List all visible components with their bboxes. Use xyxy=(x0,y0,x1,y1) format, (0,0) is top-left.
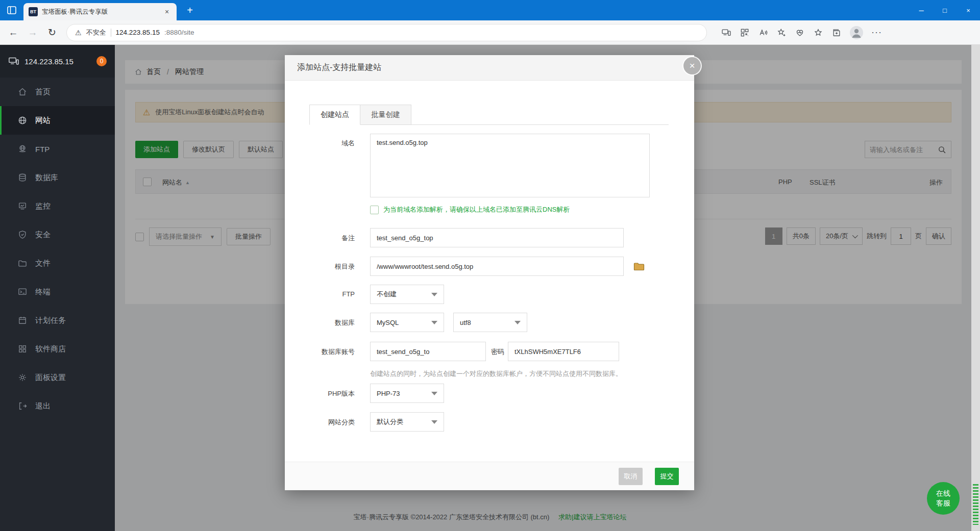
tab-close-icon[interactable]: × xyxy=(162,8,172,16)
php-version-select[interactable]: PHP-73 xyxy=(370,384,444,403)
database-type-value: MySQL xyxy=(377,319,399,326)
window-controls: ─ □ × xyxy=(910,0,980,20)
php-version-label: PHP版本 xyxy=(285,389,355,398)
remark-label: 备注 xyxy=(285,234,355,243)
dropdown-arrow-icon xyxy=(431,420,437,424)
cancel-button[interactable]: 取消 xyxy=(619,468,643,485)
apps-grid-icon[interactable] xyxy=(740,28,750,38)
dropdown-arrow-icon xyxy=(514,321,521,324)
app-window: 124.223.85.15 0 首页 网站 FTP 数据库 监控 安全 xyxy=(0,45,980,531)
remark-input[interactable] xyxy=(370,228,624,247)
dropdown-arrow-icon xyxy=(431,293,437,296)
root-dir-input[interactable] xyxy=(370,257,624,276)
profile-avatar[interactable] xyxy=(850,26,863,39)
maximize-button[interactable]: □ xyxy=(933,0,957,20)
database-charset-value: utf8 xyxy=(460,319,471,326)
new-tab-button[interactable]: + xyxy=(184,5,196,16)
site-category-value: 默认分类 xyxy=(377,417,403,426)
refresh-button[interactable]: ↻ xyxy=(45,27,59,38)
favicon-bt: BT xyxy=(29,7,38,16)
url-path: :8880/site xyxy=(164,29,194,36)
database-password-input[interactable] xyxy=(508,342,619,361)
dns-resolve-text: 为当前域名添加解析，请确保以上域名已添加至腾讯云DNS解析 xyxy=(383,205,570,214)
tab-actions-icon[interactable] xyxy=(0,0,23,20)
database-type-select[interactable]: MySQL xyxy=(370,313,444,332)
database-user-label: 数据库账号 xyxy=(285,347,355,357)
address-bar[interactable]: ⚠ 不安全 124.223.85.15 :8880/site xyxy=(66,24,707,41)
back-button[interactable]: ← xyxy=(6,27,20,38)
favorites-icon[interactable] xyxy=(813,28,823,38)
submit-button[interactable]: 提交 xyxy=(655,468,679,485)
choose-directory-icon[interactable] xyxy=(633,260,645,272)
browser-tab[interactable]: BT 宝塔面板·腾讯云专享版 × xyxy=(23,3,177,20)
ftp-select-value: 不创建 xyxy=(377,290,397,299)
database-user-input[interactable] xyxy=(370,342,486,361)
site-category-label: 网站分类 xyxy=(285,418,355,427)
tab-batch-create[interactable]: 批量创建 xyxy=(360,105,411,125)
send-to-device-icon[interactable] xyxy=(721,28,731,38)
security-label[interactable]: 不安全 xyxy=(86,28,106,37)
modal-footer: 取消 提交 xyxy=(285,462,694,490)
add-site-modal: × 添加站点-支持批量建站 创建站点 批量创建 域名 test.send.o5g… xyxy=(285,55,694,490)
domain-textarea[interactable]: test.send.o5g.top xyxy=(370,134,650,197)
ftp-label: FTP xyxy=(285,290,355,298)
php-version-value: PHP-73 xyxy=(377,390,400,397)
modal-tabs: 创建站点 批量创建 xyxy=(309,105,669,125)
dns-resolve-row: 为当前域名添加解析，请确保以上域名已添加至腾讯云DNS解析 xyxy=(370,205,570,214)
insecure-warning-icon: ⚠ xyxy=(75,29,82,37)
database-help-text: 创建站点的同时，为站点创建一个对应的数据库帐户，方便不同站点使用不同数据库。 xyxy=(370,369,622,378)
database-charset-select[interactable]: utf8 xyxy=(453,313,527,332)
browser-toolbar: ← → ↻ ⚠ 不安全 124.223.85.15 :8880/site ··· xyxy=(0,20,980,45)
dropdown-arrow-icon xyxy=(431,392,437,395)
close-window-button[interactable]: × xyxy=(957,0,980,20)
modal-close-icon[interactable]: × xyxy=(683,57,701,74)
add-favorite-icon[interactable] xyxy=(776,28,787,38)
domain-label: 域名 xyxy=(285,139,355,148)
tab-title: 宝塔面板·腾讯云专享版 xyxy=(42,8,158,16)
minimize-button[interactable]: ─ xyxy=(910,0,933,20)
settings-more-icon[interactable]: ··· xyxy=(871,27,882,38)
forward-button: → xyxy=(26,27,40,38)
root-dir-label: 根目录 xyxy=(285,262,355,271)
modal-title: 添加站点-支持批量建站 xyxy=(285,55,694,81)
tab-create-site[interactable]: 创建站点 xyxy=(309,105,360,125)
toolbar-icons: ··· xyxy=(721,26,882,39)
site-category-select[interactable]: 默认分类 xyxy=(370,412,444,432)
dropdown-arrow-icon xyxy=(431,321,437,324)
ftp-select[interactable]: 不创建 xyxy=(370,285,444,304)
url-host[interactable]: 124.223.85.15 xyxy=(116,29,160,36)
modal-body: 创建站点 批量创建 域名 test.send.o5g.top 为当前域名添加解析… xyxy=(285,81,694,462)
collections-icon[interactable] xyxy=(831,28,842,38)
browser-titlebar: BT 宝塔面板·腾讯云专享版 × + ─ □ × xyxy=(0,0,980,20)
database-password-label: 密码 xyxy=(475,347,504,357)
database-label: 数据库 xyxy=(285,318,355,327)
address-separator xyxy=(111,29,111,37)
browser-essentials-icon[interactable] xyxy=(795,28,805,38)
modal-layer: × 添加站点-支持批量建站 创建站点 批量创建 域名 test.send.o5g… xyxy=(0,45,980,531)
read-aloud-icon[interactable] xyxy=(758,28,768,38)
dns-resolve-checkbox[interactable] xyxy=(370,206,379,214)
